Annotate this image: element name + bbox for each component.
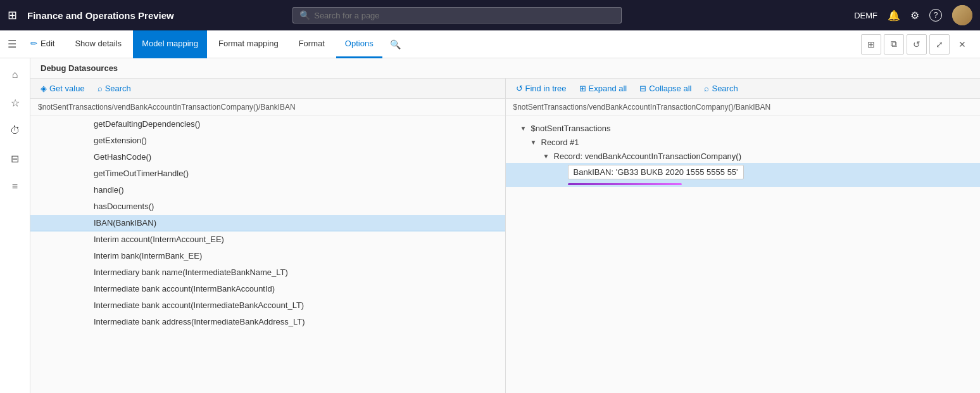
expand-window-btn[interactable]: ⤢ [929,34,950,55]
list-item[interactable]: getTimeOutTimerHandle() [30,165,505,182]
split-panels: ◈ Get value ⌕ Search $notSentTransaction… [30,79,980,393]
list-item[interactable]: Interim bank(IntermBank_EE) [30,248,505,264]
side-nav: ⌂ ☆ ⏱ ⊟ ≡ [0,58,30,393]
left-panel-list: getDefaultingDependencies()getExtension(… [30,116,505,393]
tree-node-record1[interactable]: ▼ Record #1 [506,135,981,149]
bankiban-value-box: BankIBAN: 'GB33 BUKB 2020 1555 5555 55' [568,165,744,179]
close-btn[interactable]: ✕ [952,34,972,55]
format-tab[interactable]: Format [290,30,334,58]
modules-nav-icon[interactable]: ≡ [4,175,27,198]
left-panel: ◈ Get value ⌕ Search $notSentTransaction… [30,79,506,393]
workspace-nav-icon[interactable]: ⊟ [4,147,27,170]
bankiban-value-label: BankIBAN: 'GB33 BUKB 2020 1555 5555 55' [574,167,738,177]
tree-node-record1-label: Record #1 [541,138,579,147]
get-value-button[interactable]: ◈ Get value [38,82,87,94]
tree-node-bankiban[interactable]: BankIBAN: 'GB33 BUKB 2020 1555 5555 55' [506,163,981,187]
options-tab[interactable]: Options [336,30,382,58]
find-tree-icon: ↺ [516,84,523,93]
list-item[interactable]: IBAN(BankIBAN) [30,215,505,231]
tree-toggle-root[interactable]: ▼ [518,123,529,133]
toolbar-right-icons: ⊞ ⧉ ↺ ⤢ ✕ [861,34,972,55]
tree-node-record2-label: Record: vendBankAccountInTransactionComp… [554,151,742,161]
right-breadcrumb: $notSentTransactions/vendBankAccountInTr… [506,99,981,116]
tree-node-root[interactable]: ▼ $notSentTransactions [506,121,981,135]
gear-icon[interactable]: ⚙ [910,10,919,22]
format-mapping-tab[interactable]: Format mapping [210,30,287,58]
left-panel-toolbar: ◈ Get value ⌕ Search [30,79,505,99]
help-icon[interactable]: ? [929,9,942,22]
show-details-button[interactable]: Show details [66,30,130,58]
list-item[interactable]: GetHashCode() [30,149,505,165]
global-search-input[interactable] [314,11,615,20]
list-item[interactable]: Intermediate bank account(IntermediateBa… [30,297,505,314]
top-nav-bar: ⊞ Finance and Operations Preview 🔍 DEMF … [0,0,980,30]
value-underline [568,183,682,185]
bell-icon[interactable]: 🔔 [888,10,900,22]
tree-node-root-label: $notSentTransactions [531,124,611,133]
get-value-icon: ◈ [41,84,47,93]
tree-node-record2[interactable]: ▼ Record: vendBankAccountInTransactionCo… [506,149,981,163]
avatar[interactable] [952,5,972,25]
expand-all-icon: ⊞ [579,84,586,93]
global-search-bar[interactable]: 🔍 [292,7,622,23]
favorites-nav-icon[interactable]: ☆ [4,91,27,114]
right-panel-toolbar: ↺ Find in tree ⊞ Expand all ⊟ Collapse a… [506,79,981,99]
page-body: ⌂ ☆ ⏱ ⊟ ≡ Debug Datasources ◈ Get value … [0,58,980,393]
grid-icon-btn[interactable]: ⊞ [861,34,881,55]
compare-icon-btn[interactable]: ⧉ [884,34,904,55]
find-in-tree-button[interactable]: ↺ Find in tree [513,82,569,94]
left-search-button[interactable]: ⌕ Search [95,82,134,94]
main-content: Debug Datasources ◈ Get value ⌕ Search $… [30,58,980,393]
tree-toggle-rec2[interactable]: ▼ [541,151,551,161]
list-item[interactable]: Intermediary bank name(IntermediateBankN… [30,264,505,281]
app-title: Finance and Operations Preview [27,10,174,21]
right-search-button[interactable]: ⌕ Search [701,82,740,94]
page-toolbar: ☰ ✏ Edit Show details Model mapping Form… [0,30,980,58]
edit-button[interactable]: ✏ Edit [22,30,63,58]
search-icon: 🔍 [299,10,310,20]
waffle-icon[interactable]: ⊞ [8,8,17,22]
collapse-all-button[interactable]: ⊟ Collapse all [637,82,694,94]
list-item[interactable]: hasDocuments() [30,198,505,215]
nav-icons: DEMF 🔔 ⚙ ? [854,5,972,25]
right-search-icon: ⌕ [704,84,709,93]
list-item[interactable]: getDefaultingDependencies() [30,116,505,132]
edit-pen-icon: ✏ [30,39,37,48]
list-item[interactable]: handle() [30,182,505,198]
refresh-icon-btn[interactable]: ↺ [907,34,927,55]
list-item[interactable]: Intermediate bank address(IntermediateBa… [30,314,505,330]
model-mapping-tab[interactable]: Model mapping [133,30,207,58]
tree-toggle-rec1[interactable]: ▼ [529,137,539,147]
hamburger-icon[interactable]: ☰ [8,38,16,50]
list-item[interactable]: getExtension() [30,132,505,149]
expand-all-button[interactable]: ⊞ Expand all [577,82,630,94]
right-panel: ↺ Find in tree ⊞ Expand all ⊟ Collapse a… [506,79,981,393]
list-item[interactable]: Interim account(IntermAccount_EE) [30,231,505,248]
home-nav-icon[interactable]: ⌂ [4,63,27,86]
left-search-icon: ⌕ [97,84,103,93]
search-toolbar-icon[interactable]: 🔍 [390,39,401,49]
tree-container: ▼ $notSentTransactions ▼ Record #1 ▼ Rec… [506,116,981,393]
debug-header: Debug Datasources [30,58,980,79]
list-item[interactable]: Intermediate bank account(IntermBankAcco… [30,281,505,297]
recent-nav-icon[interactable]: ⏱ [4,119,27,142]
left-breadcrumb: $notSentTransactions/vendBankAccountInTr… [30,99,505,116]
user-label: DEMF [854,11,877,20]
collapse-all-icon: ⊟ [639,84,646,93]
